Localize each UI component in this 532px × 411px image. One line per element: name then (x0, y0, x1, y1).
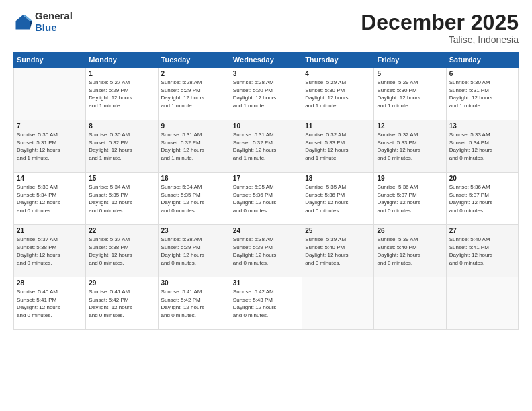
day-info: Sunrise: 5:36 AM Sunset: 5:37 PM Dayligh… (449, 183, 515, 214)
calendar-cell: 4Sunrise: 5:29 AM Sunset: 5:30 PM Daylig… (302, 68, 374, 120)
day-info: Sunrise: 5:29 AM Sunset: 5:30 PM Dayligh… (305, 79, 371, 109)
day-number: 12 (377, 122, 443, 130)
calendar-cell: 17Sunrise: 5:35 AM Sunset: 5:36 PM Dayli… (230, 173, 302, 225)
day-info: Sunrise: 5:37 AM Sunset: 5:38 PM Dayligh… (17, 236, 83, 267)
calendar-cell: 7Sunrise: 5:30 AM Sunset: 5:31 PM Daylig… (14, 120, 86, 173)
day-info: Sunrise: 5:27 AM Sunset: 5:29 PM Dayligh… (89, 79, 154, 109)
day-number: 21 (17, 227, 83, 234)
day-number: 18 (305, 175, 371, 182)
day-info: Sunrise: 5:34 AM Sunset: 5:35 PM Dayligh… (89, 183, 154, 214)
day-info: Sunrise: 5:35 AM Sunset: 5:36 PM Dayligh… (233, 183, 299, 214)
day-info: Sunrise: 5:28 AM Sunset: 5:29 PM Dayligh… (161, 79, 227, 109)
week-row-3: 21Sunrise: 5:37 AM Sunset: 5:38 PM Dayli… (14, 225, 519, 277)
day-info: Sunrise: 5:40 AM Sunset: 5:41 PM Dayligh… (17, 288, 83, 319)
col-thursday: Thursday (302, 52, 374, 68)
calendar-cell: 13Sunrise: 5:33 AM Sunset: 5:34 PM Dayli… (446, 120, 518, 173)
logo-general-text: General (35, 11, 73, 22)
day-info: Sunrise: 5:30 AM Sunset: 5:31 PM Dayligh… (17, 131, 83, 162)
col-wednesday: Wednesday (230, 52, 302, 68)
header: General Blue December 2025 Talise, Indon… (13, 11, 519, 45)
day-info: Sunrise: 5:37 AM Sunset: 5:38 PM Dayligh… (89, 236, 154, 267)
day-number: 27 (449, 227, 515, 234)
calendar-cell: 23Sunrise: 5:38 AM Sunset: 5:39 PM Dayli… (158, 225, 230, 277)
title-block: December 2025 Talise, Indonesia (361, 11, 519, 45)
calendar-cell (446, 277, 518, 330)
day-info: Sunrise: 5:39 AM Sunset: 5:40 PM Dayligh… (305, 236, 371, 267)
day-info: Sunrise: 5:31 AM Sunset: 5:32 PM Dayligh… (161, 131, 227, 162)
calendar-cell: 18Sunrise: 5:35 AM Sunset: 5:36 PM Dayli… (302, 173, 374, 225)
day-number: 20 (449, 175, 515, 182)
day-info: Sunrise: 5:38 AM Sunset: 5:39 PM Dayligh… (161, 236, 227, 267)
location-subtitle: Talise, Indonesia (361, 34, 519, 45)
calendar-cell: 21Sunrise: 5:37 AM Sunset: 5:38 PM Dayli… (14, 225, 86, 277)
day-number: 14 (17, 175, 83, 182)
calendar-cell: 30Sunrise: 5:41 AM Sunset: 5:42 PM Dayli… (158, 277, 230, 330)
day-number: 23 (161, 227, 227, 234)
day-info: Sunrise: 5:39 AM Sunset: 5:40 PM Dayligh… (377, 236, 443, 267)
month-title: December 2025 (361, 11, 519, 34)
day-number: 6 (449, 70, 515, 77)
day-number: 2 (161, 70, 227, 77)
logo-blue-text: Blue (35, 22, 73, 34)
day-info: Sunrise: 5:32 AM Sunset: 5:33 PM Dayligh… (377, 131, 443, 162)
calendar-cell: 28Sunrise: 5:40 AM Sunset: 5:41 PM Dayli… (14, 277, 86, 330)
day-number: 22 (89, 227, 154, 234)
svg-marker-2 (30, 21, 33, 29)
day-number: 24 (233, 227, 299, 234)
day-number: 28 (17, 279, 83, 287)
day-number: 26 (377, 227, 443, 234)
calendar-cell: 22Sunrise: 5:37 AM Sunset: 5:38 PM Dayli… (86, 225, 158, 277)
calendar-cell: 1Sunrise: 5:27 AM Sunset: 5:29 PM Daylig… (86, 68, 158, 120)
calendar-cell (14, 68, 86, 120)
day-number: 8 (89, 122, 154, 130)
calendar-cell: 6Sunrise: 5:30 AM Sunset: 5:31 PM Daylig… (446, 68, 518, 120)
calendar-cell: 19Sunrise: 5:36 AM Sunset: 5:37 PM Dayli… (374, 173, 446, 225)
day-number: 25 (305, 227, 371, 234)
calendar-cell: 27Sunrise: 5:40 AM Sunset: 5:41 PM Dayli… (446, 225, 518, 277)
calendar-cell: 31Sunrise: 5:42 AM Sunset: 5:43 PM Dayli… (230, 277, 302, 330)
calendar-cell: 14Sunrise: 5:33 AM Sunset: 5:34 PM Dayli… (14, 173, 86, 225)
calendar-cell: 12Sunrise: 5:32 AM Sunset: 5:33 PM Dayli… (374, 120, 446, 173)
page: General Blue December 2025 Talise, Indon… (0, 0, 532, 411)
day-info: Sunrise: 5:32 AM Sunset: 5:33 PM Dayligh… (305, 131, 371, 162)
calendar-cell: 2Sunrise: 5:28 AM Sunset: 5:29 PM Daylig… (158, 68, 230, 120)
day-info: Sunrise: 5:34 AM Sunset: 5:35 PM Dayligh… (161, 183, 227, 214)
day-number: 13 (449, 122, 515, 130)
day-number: 9 (161, 122, 227, 130)
day-info: Sunrise: 5:36 AM Sunset: 5:37 PM Dayligh… (377, 183, 443, 214)
day-number: 15 (89, 175, 154, 182)
col-monday: Monday (86, 52, 158, 68)
day-info: Sunrise: 5:38 AM Sunset: 5:39 PM Dayligh… (233, 236, 299, 267)
day-info: Sunrise: 5:28 AM Sunset: 5:30 PM Dayligh… (233, 79, 299, 109)
day-number: 4 (305, 70, 371, 77)
logo-text: General Blue (35, 11, 73, 33)
day-info: Sunrise: 5:35 AM Sunset: 5:36 PM Dayligh… (305, 183, 371, 214)
calendar-cell: 20Sunrise: 5:36 AM Sunset: 5:37 PM Dayli… (446, 173, 518, 225)
day-number: 3 (233, 70, 299, 77)
day-number: 29 (89, 279, 154, 287)
day-info: Sunrise: 5:33 AM Sunset: 5:34 PM Dayligh… (17, 183, 83, 214)
day-number: 30 (161, 279, 227, 287)
week-row-1: 7Sunrise: 5:30 AM Sunset: 5:31 PM Daylig… (14, 120, 519, 173)
calendar-table: Sunday Monday Tuesday Wednesday Thursday… (13, 52, 519, 330)
col-tuesday: Tuesday (158, 52, 230, 68)
week-row-2: 14Sunrise: 5:33 AM Sunset: 5:34 PM Dayli… (14, 173, 519, 225)
col-friday: Friday (374, 52, 446, 68)
day-number: 11 (305, 122, 371, 130)
calendar-cell: 9Sunrise: 5:31 AM Sunset: 5:32 PM Daylig… (158, 120, 230, 173)
calendar-cell: 16Sunrise: 5:34 AM Sunset: 5:35 PM Dayli… (158, 173, 230, 225)
day-number: 31 (233, 279, 299, 287)
calendar-cell: 11Sunrise: 5:32 AM Sunset: 5:33 PM Dayli… (302, 120, 374, 173)
header-row: Sunday Monday Tuesday Wednesday Thursday… (14, 52, 519, 68)
day-number: 1 (89, 70, 154, 77)
svg-marker-0 (16, 15, 30, 29)
day-number: 17 (233, 175, 299, 182)
day-info: Sunrise: 5:40 AM Sunset: 5:41 PM Dayligh… (449, 236, 515, 267)
day-info: Sunrise: 5:41 AM Sunset: 5:42 PM Dayligh… (89, 288, 154, 319)
col-saturday: Saturday (446, 52, 518, 68)
day-info: Sunrise: 5:30 AM Sunset: 5:32 PM Dayligh… (89, 131, 154, 162)
calendar-cell: 8Sunrise: 5:30 AM Sunset: 5:32 PM Daylig… (86, 120, 158, 173)
day-info: Sunrise: 5:29 AM Sunset: 5:30 PM Dayligh… (377, 79, 443, 109)
day-number: 10 (233, 122, 299, 130)
week-row-4: 28Sunrise: 5:40 AM Sunset: 5:41 PM Dayli… (14, 277, 519, 330)
